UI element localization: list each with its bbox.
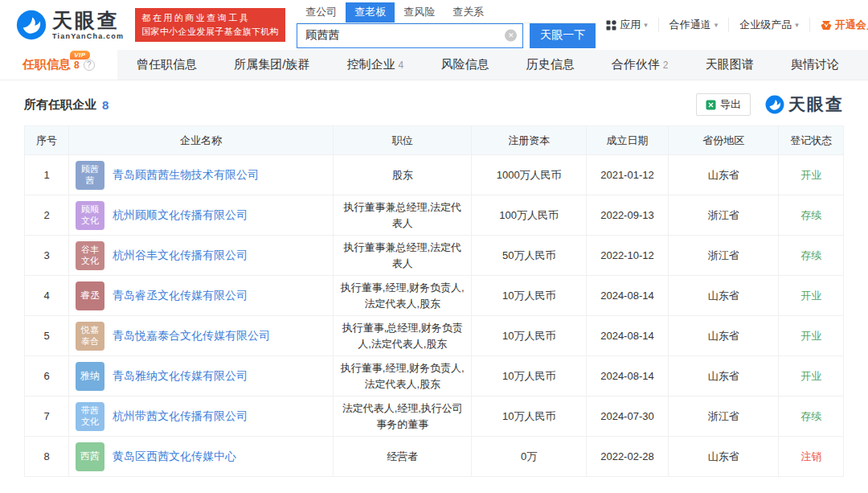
table-row: 8西茜黄岛区西茜文化传媒中心经营者0万2022-02-28山东省注销 <box>25 437 844 477</box>
company-avatar[interactable]: 顾茜茜 <box>76 161 104 190</box>
status-badge: 开业 <box>800 370 821 382</box>
nav-item[interactable]: 企业级产品▾ <box>728 18 809 32</box>
company-link[interactable]: 青岛雅纳文化传媒有限公司 <box>113 368 248 384</box>
column-header: 序号 <box>25 126 69 155</box>
section-count: 8 <box>102 98 108 112</box>
company-avatar[interactable]: 带茜文化 <box>76 402 104 431</box>
nav-item[interactable]: 应用▾ <box>596 18 658 32</box>
status-cell: 开业 <box>779 356 844 396</box>
capital-cell: 0万 <box>472 437 587 477</box>
row-number-cell: 1 <box>25 155 69 195</box>
export-button[interactable]: 导出 <box>696 93 751 116</box>
search-tab[interactable]: 查公司 <box>297 2 346 23</box>
company-cell: 带茜文化杭州带茜文化传播有限公司 <box>69 396 334 437</box>
nav-item[interactable]: 开通会员▾ <box>809 18 868 32</box>
company-link[interactable]: 青岛顾茜茜生物技术有限公司 <box>113 166 259 183</box>
top-nav: 应用▾合作通道▾企业级产品▾开通会员▾肖青羽▾ <box>596 18 868 32</box>
column-header: 职位 <box>334 126 472 155</box>
tab-风险信息[interactable]: 风险信息 <box>423 50 506 80</box>
status-badge: 存续 <box>800 249 821 261</box>
date-cell: 2022-02-28 <box>587 437 669 477</box>
position-cell: 执行董事,总经理,财务负责人,法定代表人,股东 <box>334 316 472 356</box>
position-cell: 法定代表人,经理,执行公司事务的董事 <box>334 396 472 437</box>
tab-历史信息[interactable]: 历史信息 <box>509 50 592 80</box>
search-button[interactable]: 天眼一下 <box>530 23 596 48</box>
province-cell: 浙江省 <box>668 236 779 276</box>
vip-badge: VIP <box>70 51 89 60</box>
company-link[interactable]: 青岛睿丞文化传媒有限公司 <box>113 287 248 304</box>
company-cell: 雅纳青岛雅纳文化传媒有限公司 <box>69 356 334 396</box>
tab-所属集团/族群[interactable]: 所属集团/族群 <box>216 50 327 80</box>
tianyancha-logo[interactable]: 天眼查 TianYanCha.com <box>16 10 124 40</box>
company-cell: 西茜黄岛区西茜文化传媒中心 <box>69 437 334 477</box>
company-link[interactable]: 青岛悦嘉泰合文化传媒有限公司 <box>113 327 270 344</box>
capital-cell: 10万人民币 <box>472 276 587 316</box>
position-cell: 经营者 <box>334 437 472 477</box>
table-row: 4睿丞青岛睿丞文化传媒有限公司执行董事,经理,财务负责人,法定代表人,股东10万… <box>25 276 844 316</box>
position-cell: 执行董事兼总经理,法定代表人 <box>334 195 472 236</box>
date-cell: 2021-01-12 <box>587 155 669 195</box>
province-cell: 浙江省 <box>668 396 779 437</box>
tab-合作伙伴[interactable]: 合作伙伴2 <box>594 50 686 80</box>
clear-icon[interactable]: ✕ <box>505 30 517 42</box>
company-cell: 睿丞青岛睿丞文化传媒有限公司 <box>69 276 334 316</box>
crown-icon <box>821 20 832 31</box>
search-block: 查公司查老板查风险查关系 ✕ 天眼一下 <box>297 2 596 48</box>
tab-label: 合作伙伴 <box>612 57 660 72</box>
company-avatar[interactable]: 雅纳 <box>76 362 104 391</box>
date-cell: 2024-08-14 <box>587 276 669 316</box>
tab-舆情讨论[interactable]: 舆情讨论 <box>773 50 857 80</box>
slogan-line2: 国家中小企业发展子基金旗下机构 <box>141 25 279 39</box>
status-cell: 存续 <box>779 396 844 437</box>
search-tab[interactable]: 查风险 <box>395 2 444 23</box>
table-row: 2顾顺文化杭州顾顺文化传播有限公司执行董事兼总经理,法定代表人100万人民币20… <box>25 195 844 236</box>
top-header: 天眼查 TianYanCha.com 都在用的商业查询工具 国家中小企业发展子基… <box>0 0 868 50</box>
status-badge: 注销 <box>800 450 821 462</box>
tab-label: 历史信息 <box>526 57 575 72</box>
tab-曾任职信息[interactable]: 曾任职信息 <box>119 50 215 80</box>
tab-任职信息[interactable]: 任职信息8?VIP <box>0 50 117 80</box>
company-avatar[interactable]: 谷丰文化 <box>76 241 104 270</box>
chevron-down-icon: ▾ <box>644 21 648 29</box>
excel-file-icon <box>706 100 716 110</box>
search-input[interactable] <box>297 23 523 48</box>
tab-天眼图谱[interactable]: 天眼图谱 <box>688 50 772 80</box>
column-header: 成立日期 <box>587 126 669 155</box>
search-tab[interactable]: 查老板 <box>346 2 395 23</box>
brand-name: 天眼查 <box>52 10 124 31</box>
company-link[interactable]: 黄岛区西茜文化传媒中心 <box>113 448 236 465</box>
position-cell: 执行董事,经理,财务负责人,法定代表人,股东 <box>334 276 472 316</box>
company-link[interactable]: 杭州谷丰文化传播有限公司 <box>113 247 248 264</box>
watermark-brand: 天眼查 <box>788 93 844 116</box>
help-icon[interactable]: ? <box>84 60 95 71</box>
table-row: 5悦嘉泰合青岛悦嘉泰合文化传媒有限公司执行董事,总经理,财务负责人,法定代表人,… <box>25 316 844 356</box>
tab-label: 控制企业 <box>347 57 395 72</box>
row-number-cell: 8 <box>25 437 69 477</box>
company-avatar[interactable]: 睿丞 <box>76 281 104 310</box>
watermark-logo: 天眼查 <box>765 93 844 116</box>
table-body: 1顾茜茜青岛顾茜茜生物技术有限公司股东1000万人民币2021-01-12山东省… <box>25 155 844 477</box>
table-row: 6雅纳青岛雅纳文化传媒有限公司执行董事,经理,财务负责人,法定代表人,股东10万… <box>25 356 844 396</box>
capital-cell: 10万人民币 <box>472 396 587 437</box>
column-header: 注册资本 <box>472 126 587 155</box>
status-cell: 开业 <box>779 155 844 195</box>
status-badge: 开业 <box>800 169 821 181</box>
nav-item[interactable]: 合作通道▾ <box>658 18 729 32</box>
section-header: 所有任职企业 8 导出 天眼查 <box>0 80 868 125</box>
company-link[interactable]: 杭州带茜文化传播有限公司 <box>113 408 248 425</box>
company-avatar[interactable]: 西茜 <box>76 442 104 471</box>
status-badge: 开业 <box>800 290 821 302</box>
company-avatar[interactable]: 顾顺文化 <box>76 201 104 230</box>
capital-cell: 1000万人民币 <box>472 155 587 195</box>
search-tab[interactable]: 查关系 <box>444 2 493 23</box>
company-avatar[interactable]: 悦嘉泰合 <box>76 322 104 351</box>
table-row: 1顾茜茜青岛顾茜茜生物技术有限公司股东1000万人民币2021-01-12山东省… <box>25 155 844 195</box>
nav-item-label: 应用 <box>620 18 641 32</box>
status-cell: 开业 <box>779 276 844 316</box>
company-link[interactable]: 杭州顾顺文化传播有限公司 <box>113 207 248 224</box>
date-cell: 2024-08-14 <box>587 356 669 396</box>
status-cell: 注销 <box>779 437 844 477</box>
apps-grid-icon <box>606 20 616 31</box>
tab-控制企业[interactable]: 控制企业4 <box>330 50 422 80</box>
status-cell: 存续 <box>779 195 844 236</box>
